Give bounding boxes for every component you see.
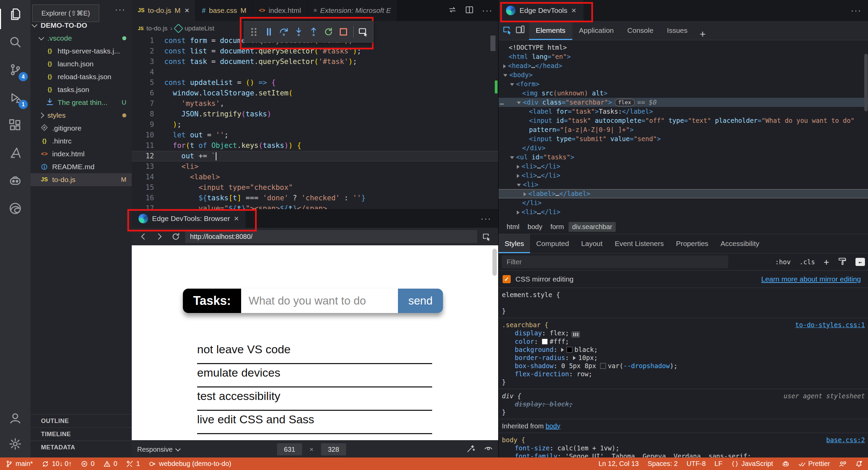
device-toolbar-icon[interactable] (515, 25, 525, 36)
browser-more-icon[interactable]: ··· (481, 214, 498, 224)
step-into-icon[interactable] (292, 24, 305, 39)
pause-icon[interactable] (262, 24, 275, 39)
status-sync-changes[interactable]: 10↓ 0↑ (42, 460, 72, 468)
elements-scrollbar[interactable] (864, 54, 868, 111)
flex-badge[interactable]: flex (615, 99, 635, 106)
close-icon[interactable]: × (234, 214, 239, 223)
file-http-server-tasks.j...[interactable]: {}http-server-tasks.j... (30, 45, 132, 58)
dom-node[interactable]: <li>…</li> (499, 207, 868, 217)
styles-filter-input[interactable]: Filter (502, 255, 728, 268)
inherited-link[interactable]: body (546, 422, 560, 430)
todo-item[interactable]: live edit CSS and Sass (197, 411, 432, 434)
color-swatch[interactable] (600, 363, 606, 369)
activity-source-control[interactable]: 4 (0, 61, 30, 80)
tab-to-do.js[interactable]: JSto-do.js M × (132, 0, 196, 21)
expand-arrow-icon[interactable] (503, 74, 507, 77)
activity-run-debug[interactable]: 1 (0, 89, 30, 108)
styles-tab-event-listeners[interactable]: Event Listeners (609, 234, 670, 253)
file-reload-tasks.json[interactable]: {}reload-tasks.json (30, 70, 132, 83)
dom-node[interactable]: <input id="task" autocomplete="off" type… (499, 116, 868, 125)
file-index.html[interactable]: <>index.html (30, 148, 132, 160)
code-line-17[interactable]: 17 value="${t}"><span>${t}</span> (132, 203, 498, 209)
code-line-12[interactable]: 12 out += ` (132, 151, 498, 161)
editor-scrollbar[interactable] (490, 36, 495, 51)
status-git-branch[interactable]: main* (5, 460, 33, 468)
styles-tab-computed[interactable]: Computed (530, 234, 575, 253)
dom-node[interactable]: <head>…</head> (499, 61, 868, 70)
crumb-div-searchbar[interactable]: div.searchbar (569, 222, 616, 232)
back-icon[interactable] (136, 230, 150, 243)
viewport-scrollbar[interactable] (492, 249, 497, 276)
dom-node[interactable]: <form> (499, 80, 868, 89)
file-styles[interactable]: styles (30, 109, 132, 122)
step-out-icon[interactable] (307, 24, 320, 39)
code-line-16[interactable]: 16 ${tasks[t] === 'done' ? 'checked' : '… (132, 193, 498, 203)
todo-item[interactable]: not leave VS code (197, 341, 432, 364)
brush-icon[interactable] (838, 257, 847, 267)
dom-node[interactable]: <ul id="tasks"> (499, 153, 868, 162)
inspect-element-icon[interactable] (503, 25, 512, 36)
status-feedback[interactable] (839, 460, 846, 468)
stylesheet-link[interactable]: to-do-styles.css:1 (795, 321, 865, 329)
mirror-learn-more-link[interactable]: Learn more about mirror editing (761, 275, 864, 283)
collapse-arrow-icon[interactable] (517, 174, 520, 178)
dom-node[interactable]: <li>…</li> (499, 162, 868, 171)
collapse-arrow-icon[interactable] (524, 192, 526, 196)
url-input[interactable]: http://localhost:8080/ (185, 230, 477, 243)
section-timeline[interactable]: TIMELINE (30, 427, 132, 441)
dom-node[interactable]: …<div class="searchbar">flex== $0 (499, 98, 868, 107)
device-mode-select[interactable]: Responsive (137, 446, 173, 453)
restart-icon[interactable] (322, 24, 335, 39)
crumb-body[interactable]: body (524, 222, 546, 232)
inspect-icon[interactable] (480, 230, 493, 243)
dom-node[interactable]: </div> (499, 143, 868, 153)
close-icon[interactable]: × (571, 6, 576, 15)
task-text-input[interactable]: What do you want to do (241, 289, 398, 313)
viewport-height-input[interactable]: 328 (321, 443, 346, 455)
css-rule[interactable]: body {base.css:2font-size: calc(1em + 1v… (499, 433, 868, 457)
dock-icon[interactable]: ← (855, 258, 865, 266)
activity-explorer[interactable] (0, 5, 30, 24)
color-swatch[interactable] (567, 347, 572, 353)
dom-node[interactable]: <label>…</label> (499, 189, 868, 198)
reload-icon[interactable] (169, 230, 183, 243)
status-copilot[interactable] (782, 460, 789, 468)
file-readme.md[interactable]: ⓘREADME.md (30, 160, 132, 173)
devtools-more-icon[interactable]: ··· (851, 5, 868, 16)
file-.gitignore[interactable]: .gitignore (30, 122, 132, 135)
dom-node[interactable]: <input type="submit" value="send"> (499, 134, 868, 143)
section-metadata[interactable]: METADATA (30, 441, 132, 454)
wand-icon[interactable] (466, 444, 475, 455)
dom-node[interactable]: <html lang="en"> (499, 52, 868, 61)
drag-grip-icon[interactable] (248, 24, 260, 39)
dom-node[interactable]: <li>…</li> (499, 171, 868, 180)
file-.hintrc[interactable]: {}.hintrc (30, 135, 132, 148)
color-swatch[interactable] (542, 339, 548, 344)
file-launch.json[interactable]: {}launch.json (30, 58, 132, 70)
collapse-arrow-icon[interactable] (517, 165, 520, 169)
activity-settings[interactable] (0, 435, 30, 454)
expand-arrow-icon[interactable] (517, 102, 521, 104)
expand-arrow-icon[interactable] (510, 83, 514, 86)
forward-icon[interactable] (153, 230, 166, 243)
code-editor[interactable]: 1const form = document.querySelector('fo… (132, 36, 498, 209)
flex-editor-icon[interactable] (572, 332, 580, 337)
dom-node[interactable]: <!DOCTYPE html> (499, 43, 868, 52)
css-rule[interactable]: element.style {} (499, 288, 868, 318)
dom-node[interactable]: <img src(unknown) alt> (499, 89, 868, 98)
node-more-icon[interactable]: … (500, 98, 504, 107)
tab-base.css[interactable]: #base.css M (196, 0, 253, 21)
status-prettier[interactable]: Prettier (798, 460, 830, 468)
css-rule[interactable]: .searchbar {to-do-styles.css:1display: f… (499, 318, 868, 389)
devtools-tab-issues[interactable]: Issues (660, 21, 694, 40)
css-property[interactable]: font-size: calc(1em + 1vw); (502, 444, 865, 452)
file-to-do.js[interactable]: JSto-do.jsM (30, 173, 132, 186)
status-eol[interactable]: LF (715, 460, 722, 468)
status-errors[interactable]: 0 (81, 460, 94, 468)
code-line-9[interactable]: 9 ); (132, 119, 498, 130)
devtools-tab[interactable]: Edge DevTools × (499, 0, 584, 21)
css-rule[interactable]: div {user agent stylesheetdisplay: block… (499, 389, 868, 419)
step-over-icon[interactable] (277, 24, 290, 39)
tab-index.html[interactable]: <>index.html (253, 0, 307, 21)
toggle-hover-state[interactable]: :hov (775, 258, 791, 266)
